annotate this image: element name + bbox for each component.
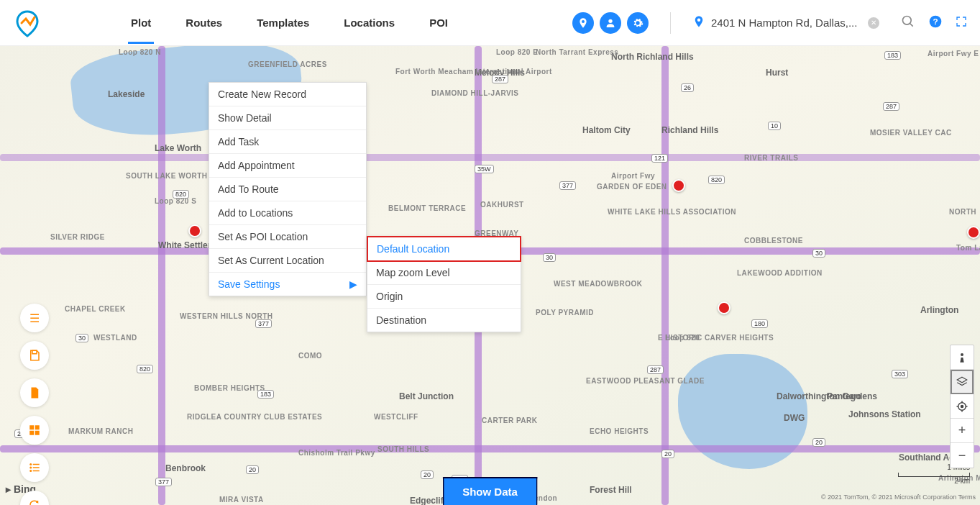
search-icon[interactable]: [901, 14, 915, 32]
svg-text:?: ?: [933, 17, 938, 26]
nav-locations[interactable]: Locations: [341, 2, 398, 43]
area-label: MOSIER VALLEY CAC: [870, 129, 952, 137]
route-shield: 820: [708, 176, 725, 184]
ctx-add-task[interactable]: Add Task: [209, 130, 366, 154]
refresh-icon[interactable]: [20, 491, 49, 505]
svg-rect-7: [35, 425, 40, 429]
route-shield: 377: [155, 478, 172, 486]
svg-point-16: [961, 353, 963, 356]
route-shield: 121: [651, 154, 668, 163]
fullscreen-icon[interactable]: [956, 16, 967, 30]
nav-plot[interactable]: Plot: [128, 2, 154, 43]
city-label: Hurst: [766, 68, 788, 78]
route-shield: 30: [543, 253, 556, 262]
nav-poi[interactable]: POI: [426, 2, 451, 43]
nav-routes[interactable]: Routes: [183, 2, 225, 43]
area-label: CHAPEL CREEK: [65, 305, 126, 313]
ctx-show-detail[interactable]: Show Detail: [209, 106, 366, 130]
list-icon[interactable]: [20, 453, 49, 482]
svg-rect-8: [29, 431, 34, 435]
gear-button[interactable]: [627, 12, 649, 34]
route-shield: 287: [647, 365, 664, 374]
highway: [0, 445, 980, 452]
record-pin[interactable]: [967, 226, 980, 239]
area-label: WEST MEADOWBROOK: [554, 280, 643, 288]
nav-templates[interactable]: Templates: [254, 2, 312, 43]
show-data-button[interactable]: Show Data: [442, 477, 538, 505]
address-text[interactable]: 2401 N Hampton Rd, Dallas,...: [711, 17, 862, 29]
route-shield: 183: [884, 51, 901, 60]
route-shield: 10: [768, 122, 781, 130]
route-shield: 20: [421, 470, 434, 479]
save-disk-icon[interactable]: [20, 341, 49, 370]
route-shield: 377: [255, 319, 272, 328]
context-menu: Create New Record Show Detail Add Task A…: [209, 82, 367, 296]
menu-lines-icon[interactable]: ☰: [20, 304, 49, 332]
user-button[interactable]: [600, 12, 621, 34]
ctx-add-appointment[interactable]: Add Appointment: [209, 154, 366, 178]
area-label: WHITE LAKE HILLS ASSOCIATION: [608, 208, 736, 216]
record-pin[interactable]: [672, 179, 685, 192]
layers-icon[interactable]: [951, 370, 974, 394]
city-label: Belt Junction: [399, 391, 454, 401]
streetview-icon[interactable]: [951, 345, 974, 370]
sub-destination[interactable]: Destination: [367, 309, 521, 332]
record-pin[interactable]: [188, 224, 201, 237]
location-pin-icon: [692, 14, 705, 32]
left-toolbar: ☰: [20, 304, 49, 505]
app-logo[interactable]: [13, 9, 42, 37]
clear-address-icon[interactable]: ✕: [868, 17, 879, 29]
svg-line-2: [910, 23, 913, 26]
city-label: Haltom City: [582, 125, 631, 135]
help-icon[interactable]: ?: [928, 14, 943, 32]
sub-default-location[interactable]: Default Location: [367, 236, 521, 262]
city-label: North Richland Hills: [611, 52, 694, 62]
ctx-add-to-locations[interactable]: Add to Locations: [209, 201, 366, 225]
city-label: Edgecliff: [410, 496, 447, 505]
svg-rect-5: [32, 350, 37, 354]
grid-icon[interactable]: [20, 416, 49, 445]
ctx-set-poi-location[interactable]: Set As POI Location: [209, 225, 366, 249]
map-controls: + −: [950, 345, 974, 468]
route-shield: 20: [661, 450, 674, 458]
sub-map-zoom-level[interactable]: Map zoom Level: [367, 261, 521, 285]
route-shield: 287: [492, 75, 508, 83]
record-pin[interactable]: [718, 301, 731, 314]
zoom-out-button[interactable]: −: [951, 443, 974, 468]
map-pin-button[interactable]: [572, 12, 594, 34]
ctx-save-settings[interactable]: Save Settings ▶: [209, 273, 366, 296]
area-label: Loop 820 E: [496, 48, 538, 56]
area-label: NORTH: [949, 208, 976, 216]
city-label: Pantego: [827, 391, 861, 401]
route-shield: 26: [681, 83, 694, 92]
svg-rect-13: [33, 467, 40, 468]
svg-rect-15: [33, 470, 40, 472]
save-settings-submenu: Default Location Map zoom Level Origin D…: [367, 236, 521, 332]
svg-rect-11: [33, 464, 40, 465]
area-label: LAKEWOOD ADDITION: [737, 269, 823, 277]
svg-point-0: [608, 19, 612, 22]
city-label: Richland Hills: [661, 125, 718, 135]
sub-origin[interactable]: Origin: [367, 285, 521, 309]
route-shield: 303: [892, 370, 908, 378]
area-label: BELMONT TERRACE: [388, 204, 466, 212]
locate-me-icon[interactable]: [951, 394, 974, 419]
document-icon[interactable]: [20, 378, 49, 407]
ctx-set-current-location[interactable]: Set As Current Location: [209, 249, 366, 273]
ctx-create-new-record[interactable]: Create New Record: [209, 83, 366, 106]
city-label: Forest Hill: [590, 485, 632, 495]
route-shield: 180: [751, 319, 768, 328]
area-label: Fort Worth Meacham International Airport: [395, 68, 552, 76]
svg-point-18: [961, 405, 963, 407]
area-label: GARDEN OF EDEN: [597, 183, 667, 191]
zoom-in-button[interactable]: +: [951, 419, 974, 443]
area-label: HISTORIC CARVER HEIGHTS: [665, 334, 774, 342]
route-shield: 30: [75, 334, 88, 342]
route-shield: 20: [246, 465, 259, 474]
city-label: Arlington: [920, 305, 958, 315]
city-label: Benbrook: [165, 463, 206, 473]
map-canvas[interactable]: Fort WorthNorth Richland HillsHurstArlin…: [0, 46, 980, 505]
area-label: OAKHURST: [480, 201, 524, 209]
highway: [661, 46, 669, 505]
ctx-add-to-route[interactable]: Add To Route: [209, 178, 366, 201]
